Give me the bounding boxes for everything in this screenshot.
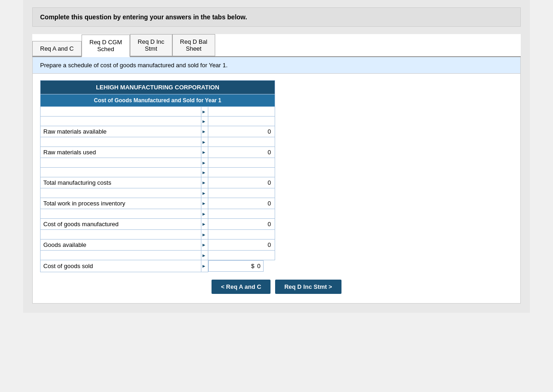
cost-goods-manufactured-label: Cost of goods manufactured <box>41 219 201 230</box>
table-row: Cost of goods manufactured ► 0 <box>41 219 275 230</box>
arrow-11: ► <box>201 209 208 219</box>
table-row: Total work in process inventory ► 0 <box>41 198 275 209</box>
label-input-15[interactable] <box>41 251 201 260</box>
arrow-16: ► <box>201 260 208 272</box>
table-row: Raw materials available ► 0 <box>41 126 275 137</box>
arrow-10: ► <box>201 198 208 209</box>
arrow-2: ► <box>201 117 208 126</box>
table-row: ► <box>41 209 275 219</box>
raw-materials-available-value: 0 <box>208 126 275 137</box>
table-row: ► <box>41 158 275 168</box>
table-wrapper: LEHIGH MANUFACTURING CORPORATION Cost of… <box>33 74 520 303</box>
tab-req-d-bal[interactable]: Req D BalSheet <box>172 34 215 56</box>
arrow-8: ► <box>201 177 208 188</box>
total-wip-label: Total work in process inventory <box>41 198 201 209</box>
cgm-table: LEHIGH MANUFACTURING CORPORATION Cost of… <box>40 80 275 272</box>
arrow-4: ► <box>201 137 208 147</box>
content-area: Prepare a schedule of cost of goods manu… <box>32 57 521 304</box>
arrow-12: ► <box>201 219 208 230</box>
label-input-7[interactable] <box>41 168 201 177</box>
arrow-9: ► <box>201 188 208 198</box>
tab-req-d-cgm[interactable]: Req D CGMSched <box>82 35 130 57</box>
table-row: ► <box>41 168 275 177</box>
cost-goods-manufactured-value: 0 <box>208 219 275 230</box>
value-input-7[interactable] <box>208 168 275 177</box>
raw-materials-used-value: 0 <box>208 147 275 158</box>
arrow-1: ► <box>201 107 208 117</box>
tab-req-a-c[interactable]: Req A and C <box>32 41 82 56</box>
table-title-row1: LEHIGH MANUFACTURING CORPORATION <box>41 81 275 94</box>
label-input-4[interactable] <box>41 137 201 146</box>
value-input-4[interactable] <box>208 137 275 146</box>
arrow-6: ► <box>201 158 208 168</box>
table-title-row2: Cost of Goods Manufactured and Sold for … <box>41 94 275 107</box>
label-input-1[interactable] <box>41 107 201 116</box>
table-row: ► <box>41 137 275 147</box>
nav-next-button[interactable]: Req D Inc Stmt > <box>275 280 341 294</box>
arrow-14: ► <box>201 240 208 251</box>
value-input-13[interactable] <box>208 230 275 239</box>
nav-buttons: < Req A and C Req D Inc Stmt > <box>40 280 513 294</box>
value-input-1[interactable] <box>208 107 275 116</box>
cost-goods-sold-label: Cost of goods sold <box>41 260 201 272</box>
total-manufacturing-costs-label: Total manufacturing costs <box>41 177 201 188</box>
total-manufacturing-costs-value: 0 <box>208 177 275 188</box>
total-wip-value: 0 <box>208 198 275 209</box>
table-row: ► <box>41 188 275 198</box>
table-row: ► <box>41 117 275 126</box>
label-input-6[interactable] <box>41 158 201 167</box>
label-input-9[interactable] <box>41 188 201 198</box>
arrow-3: ► <box>201 126 208 137</box>
table-row: ► <box>41 107 275 117</box>
arrow-15: ► <box>201 251 208 260</box>
table-row: Goods available ► 0 <box>41 240 275 251</box>
value-input-9[interactable] <box>208 188 275 198</box>
arrow-7: ► <box>201 168 208 177</box>
table-row: ► <box>41 230 275 240</box>
value-input-11[interactable] <box>208 209 275 218</box>
instruction-bar: Complete this question by entering your … <box>32 7 521 27</box>
label-input-11[interactable] <box>41 209 201 218</box>
nav-prev-button[interactable]: < Req A and C <box>212 280 271 294</box>
value-input-2[interactable] <box>208 117 275 126</box>
raw-materials-available-label: Raw materials available <box>41 126 201 137</box>
goods-available-label: Goods available <box>41 240 201 251</box>
table-row: Total manufacturing costs ► 0 <box>41 177 275 188</box>
arrow-13: ► <box>201 230 208 240</box>
label-input-2[interactable] <box>41 117 201 126</box>
dollar-sign: $ <box>251 263 254 269</box>
table-row: Raw materials used ► 0 <box>41 147 275 158</box>
table-row: Cost of goods sold ► $ 0 <box>41 260 275 272</box>
label-input-13[interactable] <box>41 230 201 239</box>
arrow-5: ► <box>201 147 208 158</box>
value-input-6[interactable] <box>208 158 275 167</box>
tab-req-d-inc[interactable]: Req D IncStmt <box>130 34 172 56</box>
cost-goods-sold-value: 0 <box>257 263 260 269</box>
raw-materials-used-label: Raw materials used <box>41 147 201 158</box>
value-input-15[interactable] <box>208 251 275 260</box>
goods-available-value: 0 <box>208 240 275 251</box>
table-row: ► <box>41 251 275 260</box>
subtitle-bar: Prepare a schedule of cost of goods manu… <box>33 57 520 74</box>
tabs-container: Req A and C Req D CGMSched Req D IncStmt… <box>32 34 521 57</box>
